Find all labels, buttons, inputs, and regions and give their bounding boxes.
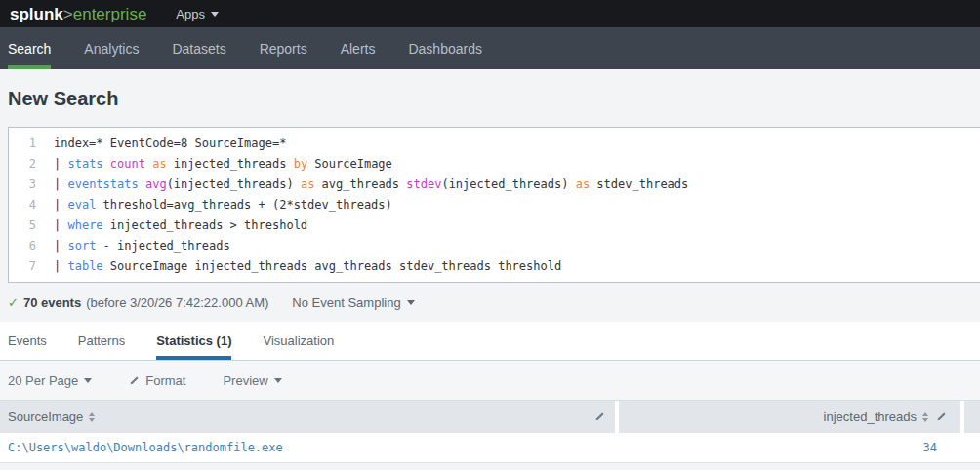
search-query-editor[interactable]: 1index=* EventCode=8 SourceImage=*2| sta… bbox=[8, 127, 980, 283]
nav-item-datasets[interactable]: Datasets bbox=[172, 27, 225, 69]
column-header-injected-threads[interactable]: injected_threads bbox=[619, 401, 960, 433]
tab-statistics[interactable]: Statistics (1) bbox=[156, 322, 231, 360]
line-number: 4 bbox=[9, 195, 36, 215]
column-header-partial bbox=[964, 401, 980, 433]
logo-splunk-text: splunk bbox=[10, 5, 63, 23]
preview-dropdown[interactable]: Preview bbox=[223, 373, 281, 388]
nav-item-label: Search bbox=[8, 41, 51, 57]
cell-injected-threads-value[interactable]: 34 bbox=[923, 441, 937, 454]
format-button[interactable]: Format bbox=[129, 373, 185, 388]
code-line: 4| eval threshold=avg_threads + (2*stdev… bbox=[9, 195, 980, 215]
sort-icon[interactable] bbox=[922, 412, 928, 422]
check-icon: ✓ bbox=[8, 295, 19, 310]
tab-visualization[interactable]: Visualization bbox=[263, 322, 334, 360]
sort-icon[interactable] bbox=[89, 412, 95, 422]
nav-item-alerts[interactable]: Alerts bbox=[341, 27, 376, 69]
statistics-toolbar: 20 Per Page Format Preview bbox=[0, 361, 980, 401]
code-line: 2| stats count as injected_threads by So… bbox=[9, 154, 980, 175]
edit-column-icon[interactable] bbox=[936, 411, 947, 422]
nav-item-search[interactable]: Search bbox=[8, 27, 51, 69]
nav-item-label: Dashboards bbox=[408, 41, 482, 57]
per-page-label: 20 Per Page bbox=[8, 373, 78, 388]
results-bar: ✓ 70 events (before 3/20/26 7:42:22.000 … bbox=[0, 283, 980, 322]
table-header-row: SourceImage injected_threads bbox=[0, 401, 980, 433]
result-tabs: Events Patterns Statistics (1) Visualiza… bbox=[0, 322, 980, 361]
code-line: 3| eventstats avg(injected_threads) as a… bbox=[9, 175, 980, 195]
nav-item-label: Datasets bbox=[172, 41, 225, 57]
pencil-icon bbox=[129, 375, 140, 386]
line-number: 6 bbox=[9, 236, 36, 256]
event-count: 70 events bbox=[23, 295, 81, 310]
tab-events[interactable]: Events bbox=[8, 322, 47, 360]
tab-patterns[interactable]: Patterns bbox=[78, 322, 125, 360]
apps-menu[interactable]: Apps bbox=[176, 7, 219, 21]
logo-gt-text: > bbox=[63, 5, 73, 23]
logo-enterprise-text: enterprise bbox=[73, 5, 147, 23]
cell-sourceimage: C:\Users\waldo\Downloads\randomfile.exe bbox=[0, 441, 619, 454]
edit-column-icon[interactable] bbox=[594, 411, 605, 422]
line-number: 5 bbox=[9, 215, 36, 236]
page-title: New Search bbox=[0, 69, 980, 109]
nav-item-dashboards[interactable]: Dashboards bbox=[408, 27, 482, 69]
code-line: 6| sort - injected_threads bbox=[9, 236, 980, 256]
event-time-note: (before 3/20/26 7:42:22.000 AM) bbox=[86, 295, 268, 310]
spl-code-lines: 1index=* EventCode=8 SourceImage=*2| sta… bbox=[9, 134, 980, 277]
line-number: 7 bbox=[9, 256, 36, 277]
nav-item-reports[interactable]: Reports bbox=[260, 27, 307, 69]
code-line: 7| table SourceImage injected_threads av… bbox=[9, 256, 980, 277]
code-line: 1index=* EventCode=8 SourceImage=* bbox=[9, 134, 980, 154]
tab-label: Statistics (1) bbox=[156, 333, 231, 348]
format-label: Format bbox=[145, 373, 185, 388]
cell-injected-threads: 34 bbox=[619, 441, 960, 454]
topbar: splunk>enterprise Apps bbox=[0, 0, 980, 27]
column-header-sourceimage[interactable]: SourceImage bbox=[0, 401, 615, 433]
column-label: injected_threads bbox=[824, 410, 917, 424]
nav-item-label: Analytics bbox=[84, 41, 139, 57]
code-line: 5| where injected_threads > threshold bbox=[9, 215, 980, 236]
nav-item-label: Reports bbox=[260, 41, 307, 57]
column-label: SourceImage bbox=[8, 410, 83, 424]
chevron-down-icon bbox=[84, 378, 92, 383]
cell-sourceimage-value[interactable]: C:\Users\waldo\Downloads\randomfile.exe bbox=[8, 441, 283, 454]
line-number: 2 bbox=[9, 154, 36, 175]
line-number: 3 bbox=[9, 175, 36, 195]
preview-label: Preview bbox=[223, 373, 267, 388]
apps-menu-label: Apps bbox=[176, 7, 205, 21]
chevron-down-icon bbox=[211, 12, 219, 17]
table-row: C:\Users\waldo\Downloads\randomfile.exe … bbox=[0, 433, 980, 463]
nav-item-label: Alerts bbox=[341, 41, 376, 57]
line-number: 1 bbox=[9, 134, 36, 154]
app-navbar: Search Analytics Datasets Reports Alerts… bbox=[0, 27, 980, 69]
chevron-down-icon bbox=[274, 378, 282, 383]
nav-item-analytics[interactable]: Analytics bbox=[84, 27, 139, 69]
tab-label: Events bbox=[8, 333, 47, 348]
tab-label: Patterns bbox=[78, 333, 125, 348]
chevron-down-icon bbox=[407, 300, 415, 305]
tab-label: Visualization bbox=[263, 333, 334, 348]
per-page-dropdown[interactable]: 20 Per Page bbox=[8, 373, 92, 388]
splunk-logo[interactable]: splunk>enterprise bbox=[10, 6, 146, 22]
statistics-table: SourceImage injected_threads C:\Users\wa… bbox=[0, 401, 980, 463]
event-sampling-dropdown[interactable]: No Event Sampling bbox=[292, 295, 414, 310]
event-sampling-label: No Event Sampling bbox=[292, 295, 400, 310]
